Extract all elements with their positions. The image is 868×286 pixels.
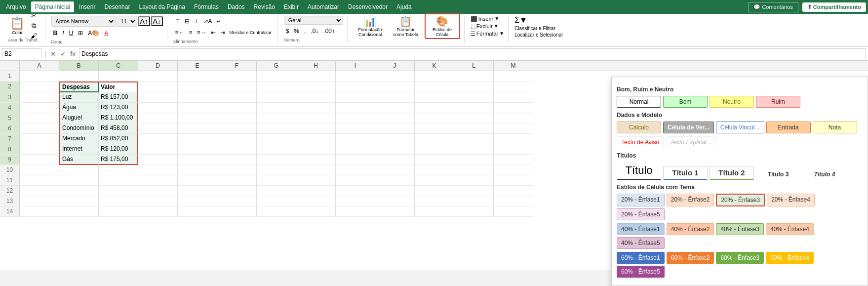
cell-d3[interactable]	[138, 92, 178, 103]
cell-h7[interactable]	[296, 134, 336, 144]
style-enfase-60-2[interactable]: 60% - Ênfase2	[667, 252, 714, 264]
cell-l2[interactable]	[454, 82, 494, 92]
cell-a8[interactable]	[20, 144, 59, 155]
cell-m4[interactable]	[494, 103, 533, 113]
cell-k3[interactable]	[415, 92, 454, 103]
style-enfase-20-5[interactable]: 20% - Ênfase5	[617, 208, 665, 220]
cell-j10[interactable]	[375, 165, 415, 175]
cell-m13[interactable]	[494, 196, 533, 206]
cell-i1[interactable]	[336, 71, 375, 82]
cell-d14[interactable]	[138, 206, 178, 217]
cell-a11[interactable]	[20, 175, 59, 186]
cell-g2[interactable]	[257, 82, 296, 92]
percent-button[interactable]: %	[292, 26, 301, 37]
cell-m3[interactable]	[494, 92, 533, 103]
style-celula-ver[interactable]: Célula de Ver...	[663, 122, 714, 133]
insert-function-icon[interactable]: fx	[69, 49, 77, 58]
cell-i2[interactable]	[336, 82, 375, 92]
cell-e14[interactable]	[178, 206, 217, 217]
cell-b5[interactable]: Aluguel	[59, 113, 99, 123]
cell-f2[interactable]	[217, 82, 257, 92]
cell-e5[interactable]	[178, 113, 217, 123]
style-titulo4[interactable]: Título 4	[802, 169, 847, 180]
cell-d6[interactable]	[138, 123, 178, 134]
style-ruim[interactable]: Ruim	[756, 96, 800, 108]
merge-center-button[interactable]: Mesclar e Centralizar	[228, 27, 274, 38]
formula-input[interactable]	[79, 48, 866, 59]
font-color-button[interactable]: A	[102, 28, 110, 39]
cell-g13[interactable]	[257, 196, 296, 206]
style-enfase-60-3[interactable]: 60% - Ênfase3	[716, 252, 764, 264]
cell-j7[interactable]	[375, 134, 415, 144]
cell-a1[interactable]	[20, 71, 59, 82]
row-num-4[interactable]: 4	[0, 103, 20, 113]
cell-b9[interactable]: Gás	[59, 155, 99, 165]
col-header-j[interactable]: J	[375, 61, 415, 71]
cell-k12[interactable]	[415, 186, 454, 196]
menu-automatizar[interactable]: Automatizar	[304, 1, 343, 12]
cell-d5[interactable]	[138, 113, 178, 123]
style-titulo3[interactable]: Título 3	[756, 169, 800, 180]
style-bom[interactable]: Bom	[663, 96, 708, 108]
style-enfase-60-5[interactable]: 60% - Ênfase5	[617, 266, 665, 270]
cell-a14[interactable]	[20, 206, 59, 217]
style-enfase-60-4[interactable]: 60% - Ênfase4	[766, 252, 814, 264]
style-enfase-20-2[interactable]: 20% - Ênfase2	[667, 194, 714, 206]
cell-e13[interactable]	[178, 196, 217, 206]
cell-d12[interactable]	[138, 186, 178, 196]
cell-h1[interactable]	[296, 71, 336, 82]
cell-h5[interactable]	[296, 113, 336, 123]
row-num-3[interactable]: 3	[0, 92, 20, 103]
menu-inserir[interactable]: Inserir	[75, 1, 99, 12]
sum-button[interactable]: Σ▼	[514, 16, 527, 25]
cell-k10[interactable]	[415, 165, 454, 175]
cell-j2[interactable]	[375, 82, 415, 92]
cell-c10[interactable]	[99, 165, 138, 175]
cell-f9[interactable]	[217, 155, 257, 165]
cell-b3[interactable]: Luz	[59, 92, 99, 103]
cell-c12[interactable]	[99, 186, 138, 196]
cell-i9[interactable]	[336, 155, 375, 165]
cell-f3[interactable]	[217, 92, 257, 103]
cell-g8[interactable]	[257, 144, 296, 155]
cell-k9[interactable]	[415, 155, 454, 165]
cell-c7[interactable]: R$ 852,00	[99, 134, 138, 144]
col-header-i[interactable]: I	[336, 61, 375, 71]
style-enfase-20-4[interactable]: 20% - Ênfase4	[767, 194, 815, 206]
cell-c9[interactable]: R$ 175,00	[99, 155, 138, 165]
cell-g3[interactable]	[257, 92, 296, 103]
cell-b11[interactable]	[59, 175, 99, 186]
cell-m11[interactable]	[494, 175, 533, 186]
cell-c13[interactable]	[99, 196, 138, 206]
cell-c11[interactable]	[99, 175, 138, 186]
cell-j6[interactable]	[375, 123, 415, 134]
cell-l11[interactable]	[454, 175, 494, 186]
cell-c6[interactable]: R$ 458,00	[99, 123, 138, 134]
text-angle-button[interactable]: ↗A	[201, 16, 214, 27]
cell-e11[interactable]	[178, 175, 217, 186]
col-header-e[interactable]: E	[178, 61, 217, 71]
sort-filter-button[interactable]: Classificar e Filtrar	[514, 26, 555, 31]
cell-d11[interactable]	[138, 175, 178, 186]
cell-b8[interactable]: Internet	[59, 144, 99, 155]
style-enfase-20-3[interactable]: 20% - Ênfase3	[716, 194, 765, 206]
cell-m10[interactable]	[494, 165, 533, 175]
align-middle-button[interactable]: ⊟	[183, 16, 192, 27]
cell-i12[interactable]	[336, 186, 375, 196]
cell-e2[interactable]	[178, 82, 217, 92]
cell-a9[interactable]	[20, 155, 59, 165]
cell-c4[interactable]: R$ 123,00	[99, 103, 138, 113]
cell-h13[interactable]	[296, 196, 336, 206]
cell-k13[interactable]	[415, 196, 454, 206]
cell-g11[interactable]	[257, 175, 296, 186]
cell-e12[interactable]	[178, 186, 217, 196]
cell-h2[interactable]	[296, 82, 336, 92]
cell-h4[interactable]	[296, 103, 336, 113]
col-header-b[interactable]: B	[59, 61, 99, 71]
decrease-indent-button[interactable]: ⇤	[209, 27, 218, 38]
cell-c5[interactable]: R$ 1.100,00	[99, 113, 138, 123]
cell-e3[interactable]	[178, 92, 217, 103]
cell-i10[interactable]	[336, 165, 375, 175]
cell-e8[interactable]	[178, 144, 217, 155]
align-top-button[interactable]: ⊤	[173, 16, 182, 27]
